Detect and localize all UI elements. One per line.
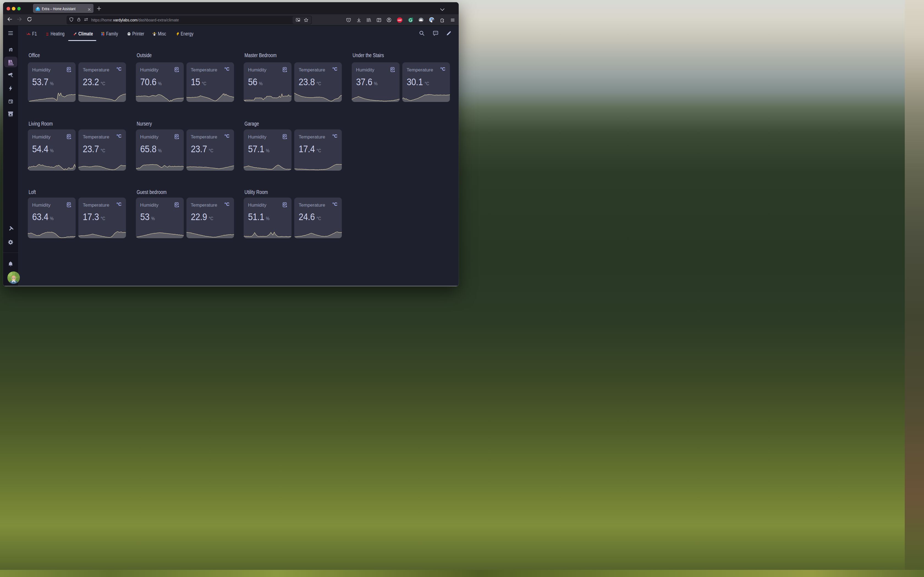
svg-text:ABP: ABP (397, 19, 402, 21)
